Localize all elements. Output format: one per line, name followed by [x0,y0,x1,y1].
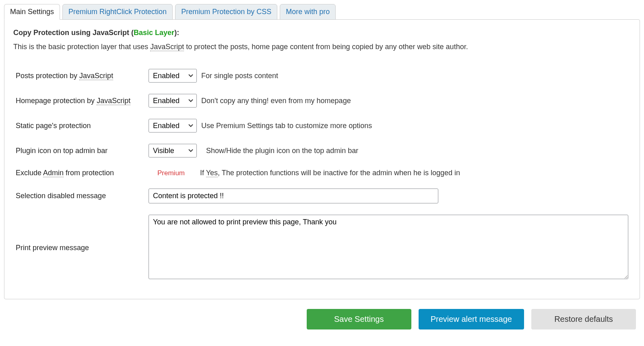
label-plugin-icon: Plugin icon on top admin bar [13,138,146,163]
select-plugin-icon[interactable]: Visible [149,144,197,157]
hint-static-protection: Use Premium Settings tab to customize mo… [201,122,372,130]
tabs-bar: Main Settings Premium RightClick Protect… [4,4,640,20]
settings-panel: Copy Protection using JavaScript (Basic … [4,19,640,299]
hint-homepage-protection: Don't copy any thing! even from my homep… [201,97,351,105]
label-selection-message: Selection disabled message [13,183,146,209]
row-posts-protection: Posts protection by JavaScript Enabled F… [13,63,631,88]
row-homepage-protection: Homepage protection by JavaScript Enable… [13,88,631,113]
section-title: Copy Protection using JavaScript (Basic … [13,29,631,37]
tab-main-settings[interactable]: Main Settings [4,4,60,20]
section-description: This is the basic protection layer that … [13,43,631,51]
section-title-suffix: ): [174,29,179,37]
save-button[interactable]: Save Settings [307,309,411,329]
select-posts-protection[interactable]: Enabled [149,69,197,83]
desc-js: JavaScript [150,43,184,51]
hint-posts-protection: For single posts content [201,72,278,80]
hint-exclude-admin: If Yes, The protection functions will be… [200,169,460,177]
input-selection-message[interactable] [149,189,438,203]
preview-button[interactable]: Preview alert message [419,309,524,329]
section-title-prefix: Copy Protection using JavaScript ( [13,29,134,37]
row-selection-message: Selection disabled message [13,183,631,209]
desc-post: to protect the posts, home page content … [184,43,468,51]
row-exclude-admin: Exclude Admin from protection Premium If… [13,163,631,183]
label-exclude-admin: Exclude Admin from protection [13,163,146,183]
tab-premium-css[interactable]: Premium Protection by CSS [175,4,277,20]
row-plugin-icon: Plugin icon on top admin bar Visible Sho… [13,138,631,163]
desc-pre: This is the basic protection layer that … [13,43,150,51]
label-homepage-protection: Homepage protection by JavaScript [13,88,146,113]
hint-plugin-icon: Show/Hide the plugin icon on the top adm… [206,147,358,155]
row-print-message: Print preview message [13,209,631,287]
restore-button[interactable]: Restore defaults [531,309,636,329]
label-posts-protection: Posts protection by JavaScript [13,63,146,88]
select-static-protection[interactable]: Enabled [149,119,197,133]
label-static-protection: Static page's protection [13,113,146,138]
settings-table: Posts protection by JavaScript Enabled F… [13,63,631,287]
textarea-print-message[interactable] [149,215,628,279]
tab-premium-rightclick[interactable]: Premium RightClick Protection [62,4,173,20]
row-static-protection: Static page's protection Enabled Use Pre… [13,113,631,138]
section-title-layer: Basic Layer [134,29,174,37]
label-print-message: Print preview message [13,209,146,287]
premium-tag: Premium [157,169,196,177]
select-homepage-protection[interactable]: Enabled [149,94,197,108]
action-buttons: Save Settings Preview alert message Rest… [4,309,640,329]
tab-more-pro[interactable]: More with pro [280,4,336,20]
